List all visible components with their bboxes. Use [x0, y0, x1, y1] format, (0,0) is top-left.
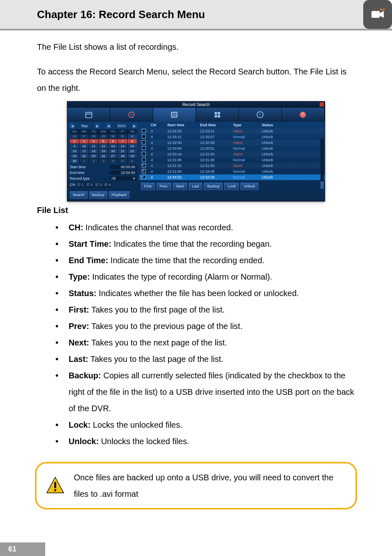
svg-rect-0: [371, 11, 380, 18]
row-checkbox[interactable]: [142, 163, 146, 167]
table-row[interactable]: 412:31:0512:31:30NormalUnlock: [139, 157, 325, 163]
tab-power[interactable]: [282, 108, 325, 122]
record-type-dropdown[interactable]: All ▾: [110, 176, 137, 181]
tab-disc[interactable]: [110, 108, 153, 122]
cell-type: Normal: [232, 158, 261, 162]
calendar-day[interactable]: 20: [108, 149, 118, 153]
table-row[interactable]: 412:29:5012:30:08AlarmUnlock: [139, 140, 325, 146]
table-row[interactable]: 412:34:5212:42:28NormalUnlock: [139, 174, 325, 180]
calendar-day[interactable]: 14: [118, 144, 127, 148]
calendar-day[interactable]: 31: [118, 134, 127, 139]
calendar-day[interactable]: 19: [99, 149, 108, 153]
table-row[interactable]: 412:30:0812:30:51NormalUnlock: [139, 146, 325, 151]
row-checkbox[interactable]: [142, 152, 146, 156]
calendar-day[interactable]: 28: [118, 154, 127, 158]
table-row[interactable]: 412:31:5012:34:48NormalUnlock: [139, 169, 325, 174]
bullet-desc: Indicates the channel that was recorded.: [83, 223, 233, 232]
calendar-day[interactable]: 2: [89, 159, 98, 163]
warning-icon: [46, 474, 65, 497]
tab-list[interactable]: [153, 108, 196, 122]
calendar-day[interactable]: 1: [79, 159, 88, 163]
channel-checkbox[interactable]: ☑3: [95, 182, 102, 187]
table-row[interactable]: 412:29:4112:29:57NormalUnlock: [139, 134, 325, 140]
calendar-day[interactable]: 3: [99, 159, 108, 163]
row-checkbox[interactable]: [142, 146, 146, 150]
calendar-day[interactable]: 15: [128, 144, 137, 148]
record-type-label: Record type: [70, 176, 90, 181]
table-row[interactable]: 412:31:3112:31:50AlarmUnlock: [139, 163, 325, 169]
last-button[interactable]: Last: [189, 183, 202, 190]
calendar-day[interactable]: 30: [108, 134, 118, 139]
close-icon[interactable]: [320, 102, 324, 107]
lock-button[interactable]: Lock: [224, 183, 239, 190]
unlock-button[interactable]: Unlock: [240, 183, 258, 190]
calendar-day[interactable]: 28: [89, 134, 98, 139]
calendar-day[interactable]: 4: [108, 159, 118, 163]
calendar-day[interactable]: 21: [118, 149, 127, 153]
row-checkbox[interactable]: [142, 140, 146, 144]
calendar-day[interactable]: 2: [70, 139, 79, 144]
year-next-button[interactable]: ▶: [132, 123, 137, 128]
calendar-day[interactable]: 22: [128, 149, 137, 153]
end-time-value[interactable]: 23:59:59: [110, 171, 137, 175]
calendar-day[interactable]: 7: [118, 139, 127, 144]
calendar-day[interactable]: 12: [99, 144, 108, 148]
calendar-day[interactable]: 5: [118, 159, 127, 163]
prev-button[interactable]: Prev.: [157, 183, 171, 190]
calendar-day[interactable]: 18: [89, 149, 98, 153]
year-prev-button[interactable]: ◀: [106, 123, 111, 128]
calendar-day[interactable]: 9: [70, 144, 79, 148]
calendar-day[interactable]: 25: [89, 154, 98, 158]
channel-checkbox[interactable]: ☑1: [77, 182, 84, 187]
cell-ch: 4: [150, 158, 166, 162]
tab-grid[interactable]: [196, 108, 239, 122]
calendar-day[interactable]: 6: [108, 139, 118, 144]
row-checkbox[interactable]: [142, 134, 146, 139]
month-next-button[interactable]: ▶: [95, 123, 100, 128]
backup-button[interactable]: Backup: [204, 183, 223, 190]
start-time-row: Start time 00:00:00: [70, 165, 137, 169]
list-item: Lock: Locks the unlocked files.: [55, 417, 355, 433]
calendar-day[interactable]: 17: [79, 149, 88, 153]
calendar-day[interactable]: 26: [99, 154, 108, 158]
row-checkbox[interactable]: [142, 169, 146, 173]
calendar-day[interactable]: 23: [70, 154, 79, 158]
table-row[interactable]: 412:30:4412:31:05AlarmUnlock: [139, 151, 325, 157]
calendar[interactable]: SuMoTuWeThFrSa26272829303112345678910111…: [70, 129, 137, 163]
calendar-day[interactable]: 11: [89, 144, 98, 148]
calendar-day[interactable]: 27: [108, 154, 118, 158]
calendar-day[interactable]: 27: [79, 134, 88, 139]
calendar-day[interactable]: 10: [79, 144, 88, 148]
calendar-day[interactable]: 4: [89, 139, 98, 144]
next-button[interactable]: Next: [173, 183, 187, 190]
calendar-day[interactable]: 5: [99, 139, 108, 144]
channel-checkbox[interactable]: ☑2: [86, 182, 93, 187]
table-row[interactable]: 412:29:2012:29:41AlarmUnlock: [139, 128, 325, 134]
svg-rect-14: [214, 115, 217, 118]
search-button[interactable]: Search: [70, 191, 88, 199]
tab-calendar[interactable]: [67, 108, 110, 122]
first-button[interactable]: First: [141, 183, 155, 190]
channel-checkbox[interactable]: ☑4: [104, 182, 111, 187]
month-prev-button[interactable]: ◀: [70, 123, 75, 128]
start-time-value[interactable]: 00:00:00: [110, 165, 137, 169]
calendar-day[interactable]: 13: [108, 144, 118, 148]
calendar-day[interactable]: 24: [79, 154, 88, 158]
tab-help[interactable]: i: [239, 108, 281, 122]
calendar-day[interactable]: 30: [70, 159, 79, 163]
scroll-thumb[interactable]: [321, 181, 324, 189]
calendar-day[interactable]: 16: [70, 149, 79, 153]
calendar-day[interactable]: 8: [128, 139, 137, 144]
calendar-day[interactable]: 6: [128, 159, 137, 163]
row-checkbox[interactable]: [142, 175, 146, 179]
calendar-day[interactable]: 29: [128, 154, 137, 158]
playback-button[interactable]: Playback: [109, 191, 130, 199]
calendar-day[interactable]: 3: [79, 139, 88, 144]
calendar-day[interactable]: 1: [128, 134, 137, 139]
cell-ch: 4: [150, 129, 166, 134]
backup-left-button[interactable]: Backup: [89, 191, 107, 199]
calendar-day[interactable]: 26: [70, 134, 79, 139]
calendar-day[interactable]: 29: [99, 134, 108, 139]
row-checkbox[interactable]: [142, 129, 146, 133]
row-checkbox[interactable]: [142, 158, 146, 162]
